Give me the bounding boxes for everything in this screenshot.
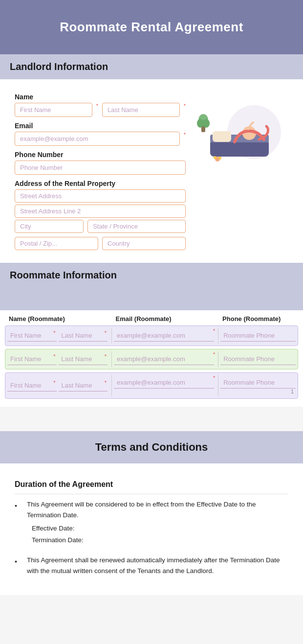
- roommate-table: Name (Roommate) Email (Roommate) Phone (…: [0, 310, 303, 407]
- page-title: Roommate Rental Agreement: [10, 20, 293, 35]
- termination-date-label: Termination Date:: [32, 535, 288, 546]
- rm-email-3[interactable]: [114, 377, 214, 389]
- state-input[interactable]: [87, 220, 186, 233]
- address-label: Address of the Rental Property: [15, 180, 186, 187]
- req-star: *: [213, 375, 215, 381]
- terms-item-1: This Agreement will be considered to be …: [15, 499, 288, 546]
- name-label: Name: [15, 93, 186, 101]
- roommate-subheader-bar: [0, 281, 303, 310]
- svg-point-10: [214, 156, 216, 159]
- page-header: Roommate Rental Agreement: [0, 0, 303, 54]
- name-row: * *: [15, 103, 186, 117]
- roommate-row: * * *: [5, 325, 298, 346]
- terms-body: Duration of the Agreement This Agreement…: [0, 463, 303, 595]
- rm-phone-group-2: [218, 351, 298, 367]
- landlord-heading: Landlord Information: [10, 61, 293, 72]
- required-star-fn: *: [96, 103, 98, 117]
- rm-name-group-3: * *: [5, 375, 109, 396]
- svg-point-7: [197, 119, 204, 128]
- last-name-input[interactable]: [102, 103, 180, 117]
- svg-rect-3: [213, 131, 231, 142]
- spacer: [0, 407, 303, 421]
- rm-last-name-1[interactable]: [59, 330, 108, 342]
- landlord-body: Name * * Email * Phone Number Address of…: [0, 79, 303, 263]
- col-phone-header: Phone (Roommate): [218, 315, 298, 322]
- rm-email-group-2: *: [111, 351, 216, 367]
- terms-item-1-content: This Agreement will be considered to be …: [27, 499, 288, 546]
- country-input[interactable]: [102, 237, 186, 250]
- col-email-header: Email (Roommate): [112, 315, 217, 322]
- rm-last-name-2[interactable]: [59, 353, 108, 365]
- email-input[interactable]: [15, 132, 180, 146]
- roommate-col-headers: Name (Roommate) Email (Roommate) Phone (…: [5, 310, 298, 325]
- email-label: Email: [15, 122, 186, 130]
- postal-country-row: [15, 237, 186, 252]
- roommate-row: * * * 1: [5, 372, 298, 399]
- terms-heading: Terms and Conditions: [10, 441, 293, 454]
- req-star: *: [213, 351, 215, 357]
- rm-email-group-3: *: [111, 375, 216, 396]
- landlord-section-header: Landlord Information: [0, 54, 303, 79]
- landlord-section: Landlord Information Name * * Email * Ph…: [0, 54, 303, 263]
- req-star: *: [53, 353, 55, 359]
- req-star: *: [53, 330, 55, 336]
- terms-item-1-text: This Agreement will be considered to be …: [27, 501, 256, 519]
- svg-point-11: [218, 157, 221, 160]
- rm-email-1[interactable]: [114, 330, 214, 342]
- terms-list: This Agreement will be considered to be …: [15, 499, 288, 576]
- email-row: *: [15, 132, 186, 146]
- rm-phone-3[interactable]: [220, 377, 296, 389]
- rm-first-name-3[interactable]: [7, 380, 57, 391]
- required-star-ln: *: [184, 103, 186, 117]
- rm-email-group-1: *: [111, 328, 216, 344]
- req-star: *: [105, 380, 107, 386]
- req-star: *: [105, 353, 107, 359]
- rm-phone-group-3: 1: [218, 375, 298, 396]
- roommate-row: * * *: [5, 349, 298, 369]
- duration-title: Duration of the Agreement: [15, 473, 288, 494]
- roommate-heading: Roommate Information: [10, 270, 293, 281]
- rm-phone-group-1: [218, 328, 298, 344]
- rm-phone-2[interactable]: [220, 353, 296, 365]
- phone-input[interactable]: [15, 161, 186, 175]
- svg-point-8: [203, 119, 210, 128]
- col-name-header: Name (Roommate): [5, 315, 110, 322]
- terms-item-2: This Agreement shall be renewed automati…: [15, 555, 288, 576]
- rm-email-2[interactable]: [114, 353, 214, 365]
- page-number: 1: [220, 389, 296, 394]
- rm-last-name-3[interactable]: [59, 380, 108, 391]
- req-star: *: [105, 330, 107, 336]
- terms-section: Terms and Conditions Duration of the Agr…: [0, 431, 303, 595]
- terms-header: Terms and Conditions: [0, 431, 303, 463]
- phone-label: Phone Number: [15, 151, 186, 159]
- req-star: *: [213, 328, 215, 334]
- phone-row: [15, 161, 186, 175]
- rm-first-name-2[interactable]: [7, 353, 57, 365]
- terms-item-1-sub: Effective Date: Termination Date:: [27, 523, 288, 545]
- terms-item-2-content: This Agreement shall be renewed automati…: [27, 555, 288, 576]
- required-star-email: *: [184, 132, 186, 146]
- req-star: *: [53, 380, 55, 386]
- rm-phone-1[interactable]: [220, 330, 296, 342]
- street2-input[interactable]: [15, 205, 186, 218]
- city-input[interactable]: [15, 220, 84, 233]
- first-name-input[interactable]: [15, 103, 92, 117]
- street1-input[interactable]: [15, 189, 186, 203]
- rm-first-name-1[interactable]: [7, 330, 57, 342]
- rm-name-group-2: * *: [5, 351, 109, 367]
- effective-date-label: Effective Date:: [32, 523, 288, 534]
- landlord-illustration: [191, 88, 288, 171]
- roommate-section-header: Roommate Information: [0, 263, 303, 281]
- terms-item-2-text: This Agreement shall be renewed automati…: [27, 556, 280, 575]
- landlord-form: Name * * Email * Phone Number Address of…: [15, 88, 186, 254]
- roommate-section: Roommate Information Name (Roommate) Ema…: [0, 263, 303, 407]
- rm-name-group-1: * *: [5, 328, 109, 344]
- city-state-row: [15, 220, 186, 235]
- postal-input[interactable]: [15, 237, 98, 250]
